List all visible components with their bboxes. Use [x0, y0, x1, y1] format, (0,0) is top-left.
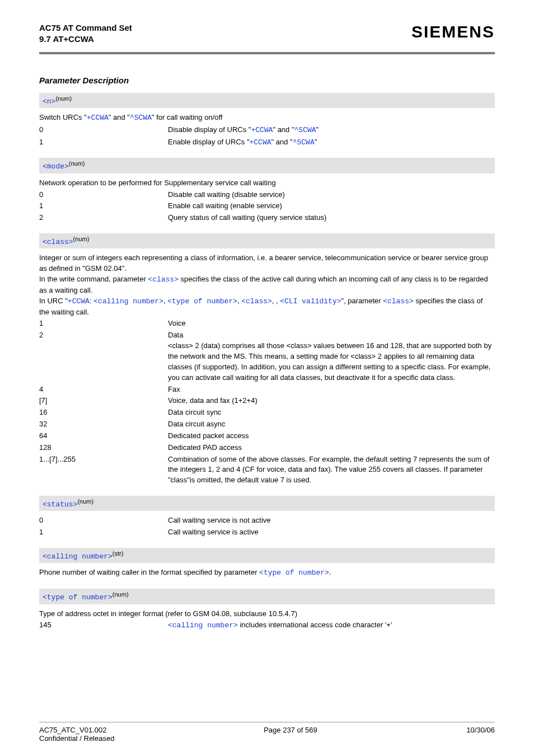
key: 0 [39, 190, 168, 200]
param-class-row: 16Data circuit sync [39, 407, 495, 418]
text: In the write command, parameter [39, 275, 148, 283]
param-class-block: Integer or sum of integers each represen… [39, 253, 495, 486]
param-class-p3: In URC "+CCWA: <calling number>, <type o… [39, 296, 495, 318]
code-token: <class> [383, 297, 414, 306]
key: 1...[7]...255 [39, 454, 168, 486]
footer-left1: AC75_ATC_V01.002 [39, 726, 106, 734]
param-mode-row: 1Enable call waiting (enable service) [39, 201, 495, 212]
param-mode-desc: Network operation to be performed for Su… [39, 178, 495, 189]
val: Dedicated PAD access [168, 443, 495, 453]
param-n-sup: (num) [55, 95, 72, 102]
param-class-row: 128Dedicated PAD access [39, 443, 495, 453]
key: 16 [39, 407, 168, 418]
code-token: <calling number> [168, 621, 238, 630]
text: " and " [273, 125, 294, 134]
param-class-row: [7]Voice, data and fax (1+2+4) [39, 396, 495, 406]
key: 1 [39, 527, 168, 538]
header-title: AC75 AT Command Set 9.7 AT+CCWA [39, 22, 132, 45]
param-class-row: 32Data circuit async [39, 419, 495, 430]
key: [7] [39, 396, 168, 406]
param-class-row: 64Dedicated packet access [39, 431, 495, 442]
key: 1 [39, 137, 168, 148]
param-type-sup: (num) [113, 591, 129, 598]
param-class-bar: <class>(num) [39, 233, 495, 248]
footer-left: AC75_ATC_V01.002 Confidential / Released [39, 726, 114, 743]
val-extra: <class> 2 (data) comprises all those <cl… [168, 341, 495, 383]
footer-center: Page 237 of 569 [264, 726, 317, 743]
param-class-code: <class> [43, 238, 73, 246]
text: . [329, 568, 331, 576]
code-token: ^SCWA [294, 126, 316, 134]
param-mode-code: <mode> [43, 163, 69, 171]
val: Enable call waiting (enable service) [168, 201, 495, 212]
key: 4 [39, 384, 168, 395]
param-status-row: 0Call waiting service is not active [39, 515, 495, 526]
val: Call waiting service is not active [168, 515, 495, 526]
param-status-code: <status> [43, 500, 77, 509]
val: Dedicated packet access [168, 431, 495, 442]
param-class-p1: Integer or sum of integers each represen… [39, 253, 495, 274]
code-token: +CCWA [251, 126, 273, 134]
key: 128 [39, 443, 168, 453]
val: Data circuit async [168, 419, 495, 430]
param-mode-bar: <mode>(num) [39, 158, 495, 173]
text: Enable display of URCs " [168, 138, 250, 146]
param-n-block: Switch URCs "+CCWA" and "^SCWA" for call… [39, 112, 495, 148]
text: " and " [109, 113, 130, 121]
text: In URC " [39, 297, 68, 305]
footer-right: 10/30/06 [466, 726, 495, 743]
header-rule [39, 52, 495, 54]
param-calling-bar: <calling number>(str) [39, 548, 495, 563]
val: Data <class> 2 (data) comprises all thos… [168, 330, 495, 383]
key: 145 [39, 620, 168, 631]
param-n-row: 1 Enable display of URCs "+CCWA" and "^S… [39, 137, 495, 148]
key: 1 [39, 201, 168, 212]
param-type-desc: Type of address octet in integer format … [39, 609, 495, 619]
text: Disable display of URCs " [168, 125, 251, 134]
param-status-row: 1Call waiting service is active [39, 527, 495, 538]
val: Voice, data and fax (1+2+4) [168, 396, 495, 406]
code-token: <type of number> [259, 569, 329, 577]
code-token: <CLI validity> [280, 297, 341, 306]
val: <calling number> includes international … [168, 620, 495, 631]
key: 0 [39, 515, 168, 526]
param-mode-block: Network operation to be performed for Su… [39, 178, 495, 223]
param-calling-code: <calling number> [43, 552, 113, 561]
val: Disable call waiting (disable service) [168, 190, 495, 200]
footer-rule [39, 722, 495, 722]
page-footer: AC75_ATC_V01.002 Confidential / Released… [39, 722, 495, 743]
val: Call waiting service is active [168, 527, 495, 538]
param-n-desc: Switch URCs "+CCWA" and "^SCWA" for call… [39, 112, 495, 124]
val: Disable display of URCs "+CCWA" and "^SC… [168, 125, 495, 136]
param-class-row: 4Fax [39, 384, 495, 395]
code-token: <calling number> [93, 297, 163, 306]
text: " for call waiting on/off [152, 113, 223, 121]
val: Query status of call waiting (query serv… [168, 213, 495, 223]
val: Enable display of URCs "+CCWA" and "^SCW… [168, 137, 495, 148]
text: " [316, 125, 319, 134]
text: includes international access code chara… [238, 621, 392, 629]
param-class-row: 1Voice [39, 318, 495, 329]
param-type-code: <type of number> [43, 594, 113, 602]
code-token: ^SCWA [130, 114, 152, 122]
header-line1: AC75 AT Command Set [39, 23, 132, 32]
param-mode-sup: (num) [69, 160, 85, 167]
param-type-row: 145 <calling number> includes internatio… [39, 620, 495, 631]
code-token: +CCWA [87, 114, 109, 122]
val: Data circuit sync [168, 407, 495, 418]
param-n-row: 0 Disable display of URCs "+CCWA" and "^… [39, 125, 495, 136]
param-type-bar: <type of number>(num) [39, 589, 495, 604]
val-line: Data [168, 330, 495, 341]
param-class-sup: (num) [73, 236, 90, 242]
text: ", parameter [341, 297, 383, 305]
text: " [315, 138, 317, 146]
param-n-bar: <n>(num) [39, 93, 495, 108]
param-calling-sup: (str) [113, 550, 124, 557]
code-token: <class> [241, 297, 272, 306]
brand-logo: SIEMENS [411, 22, 495, 41]
param-status-bar: <status>(num) [39, 496, 495, 511]
val: Combination of some of the above classes… [168, 454, 495, 486]
page-header: AC75 AT Command Set 9.7 AT+CCWA SIEMENS [39, 22, 495, 50]
param-class-p2: In the write command, parameter <class> … [39, 274, 495, 296]
param-mode-row: 2Query status of call waiting (query ser… [39, 213, 495, 223]
